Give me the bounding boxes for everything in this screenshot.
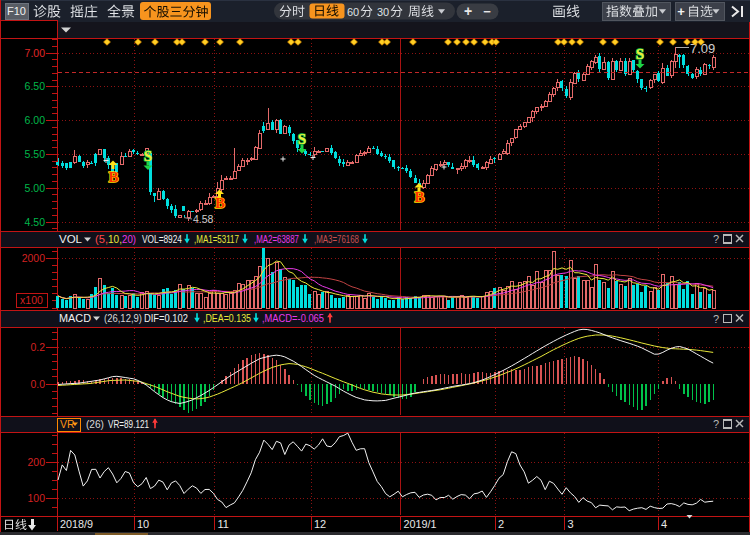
- svg-text:B: B: [215, 195, 225, 211]
- svg-text:(5,: (5,: [95, 233, 108, 245]
- svg-text:0.2: 0.2: [30, 341, 45, 353]
- svg-text:7.00: 7.00: [25, 47, 46, 59]
- svg-text:MACD: MACD: [59, 312, 91, 324]
- svg-text:6.50: 6.50: [25, 80, 46, 92]
- svg-text:4: 4: [661, 518, 667, 530]
- svg-text:200: 200: [27, 456, 45, 468]
- svg-text:3: 3: [568, 518, 574, 530]
- svg-text:10: 10: [137, 518, 149, 530]
- svg-text:VOL=8924: VOL=8924: [142, 233, 182, 245]
- svg-text:,DEA=0.135: ,DEA=0.135: [203, 312, 251, 324]
- svg-text:+: +: [677, 4, 685, 19]
- svg-text:(26,12,9): (26,12,9): [104, 312, 142, 324]
- svg-text:20): 20): [122, 233, 136, 245]
- svg-text:,MA3=76168: ,MA3=76168: [314, 233, 359, 245]
- svg-text:4.58: 4.58: [193, 213, 214, 225]
- svg-text:VR=89.121: VR=89.121: [108, 418, 149, 430]
- svg-text:,MACD=-0.065: ,MACD=-0.065: [262, 312, 324, 324]
- svg-text:2: 2: [498, 518, 504, 530]
- svg-text:VR: VR: [60, 418, 75, 430]
- svg-text:30: 30: [377, 6, 389, 18]
- svg-text:100: 100: [27, 492, 45, 504]
- svg-text:2019/1: 2019/1: [404, 518, 437, 530]
- svg-text:,MA2=63887: ,MA2=63887: [254, 233, 299, 245]
- svg-text:5.50: 5.50: [25, 148, 46, 160]
- svg-text:+: +: [464, 3, 472, 19]
- svg-text:F10: F10: [7, 5, 26, 17]
- svg-text:?: ?: [713, 418, 719, 430]
- svg-text:6.00: 6.00: [25, 114, 46, 126]
- svg-text:2000: 2000: [22, 252, 46, 264]
- svg-text:,MA1=53117: ,MA1=53117: [194, 233, 239, 245]
- svg-text:5.00: 5.00: [25, 182, 46, 194]
- svg-text:60: 60: [347, 6, 359, 18]
- svg-text:B: B: [414, 189, 424, 205]
- svg-text:S: S: [298, 131, 306, 147]
- svg-text:?: ?: [713, 233, 719, 245]
- svg-text:4.50: 4.50: [25, 216, 46, 228]
- svg-text:VOL: VOL: [59, 233, 82, 245]
- svg-text:DIF=0.102: DIF=0.102: [144, 312, 188, 324]
- svg-text:S: S: [636, 46, 644, 62]
- svg-text:2018/9: 2018/9: [60, 518, 93, 530]
- svg-text:10,: 10,: [108, 233, 122, 245]
- svg-text:?: ?: [713, 313, 719, 325]
- svg-text:12: 12: [314, 518, 326, 530]
- svg-text:B: B: [108, 169, 118, 185]
- svg-text:11: 11: [218, 518, 229, 530]
- svg-text:0.0: 0.0: [30, 378, 45, 390]
- svg-text:x100: x100: [20, 294, 43, 306]
- svg-text:(26): (26): [86, 418, 104, 430]
- svg-text:−: −: [483, 4, 491, 19]
